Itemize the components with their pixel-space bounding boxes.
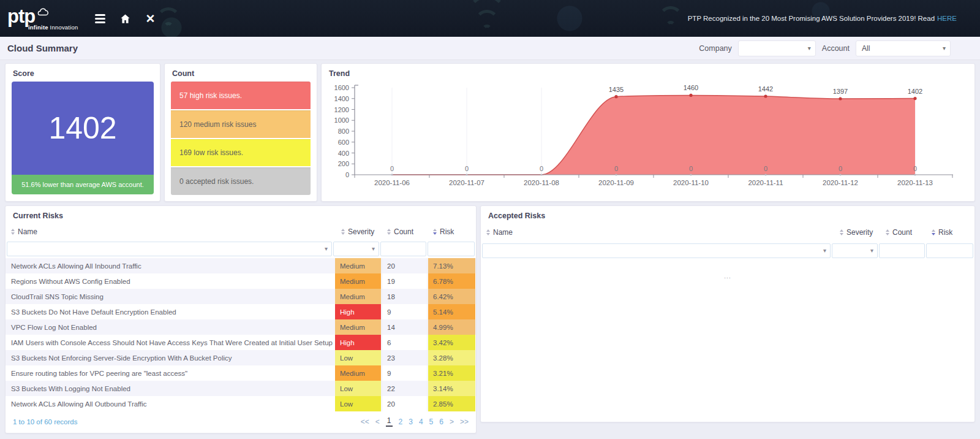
sort-icon: [840, 229, 843, 235]
ptp-logo-text: ptp: [7, 7, 35, 26]
table-row[interactable]: VPC Flow Log Not EnabledMedium144.99%: [6, 319, 476, 335]
menu-icon[interactable]: [95, 14, 105, 23]
top-navigation-bar: ptp infinite Innovation ✕ PTP Recognized…: [0, 0, 980, 37]
table-row[interactable]: S3 Buckets With Logging Not EnabledLow22…: [6, 381, 476, 396]
severity-cell: Low: [335, 396, 381, 411]
name-filter-select[interactable]: [482, 243, 831, 258]
pagination-nav-button[interactable]: <<: [361, 418, 369, 426]
risk-name-cell: VPC Flow Log Not Enabled: [6, 319, 334, 335]
current-risks-panel: Current Risks Name Severity Count Risk: [5, 205, 477, 433]
table-row[interactable]: S3 Buckets Not Enforcing Server-Side Enc…: [6, 350, 476, 365]
sort-header-risk[interactable]: Risk: [428, 227, 475, 236]
risk-filter-input[interactable]: [428, 242, 475, 256]
page-number-button[interactable]: 3: [409, 418, 413, 426]
risk-name-cell: Ensure routing tables for VPC peering ar…: [6, 365, 334, 381]
severity-cell: Medium: [335, 365, 381, 381]
svg-text:2020-11-07: 2020-11-07: [449, 179, 484, 186]
account-select[interactable]: All: [856, 40, 951, 56]
accepted-risks-header-row: Name Severity Count Risk: [481, 224, 974, 240]
score-value: 1402: [12, 82, 154, 175]
svg-text:1200: 1200: [334, 106, 349, 113]
sort-header-name[interactable]: Name: [6, 227, 336, 236]
page-number-button[interactable]: 6: [439, 418, 443, 426]
count-cell: 9: [382, 304, 428, 319]
svg-text:400: 400: [338, 150, 349, 157]
table-row[interactable]: Network ACLs Allowing All Outbound Traff…: [6, 396, 476, 411]
logo-tagline: infinite Innovation: [28, 24, 78, 31]
risk-name-cell: IAM Users with Console Access Should Not…: [6, 335, 334, 350]
count-bar: 0 accepted risk issues.: [171, 167, 311, 195]
pagination-nav-button[interactable]: >: [450, 418, 454, 426]
count-cell: 22: [382, 381, 428, 396]
count-filter-input[interactable]: [879, 243, 925, 258]
banner-text: PTP Recognized in the 20 Most Promising …: [688, 15, 935, 22]
svg-text:2020-11-11: 2020-11-11: [748, 179, 783, 186]
severity-cell: Medium: [335, 289, 381, 304]
header-bg-wifi-decoration: [466, 10, 508, 34]
risk-percentage-cell: 7.13%: [428, 258, 475, 273]
header-bg-wifi-decoration: [649, 6, 692, 31]
risk-percentage-cell: 6.42%: [428, 289, 475, 304]
table-row[interactable]: CloudTrail SNS Topic MissingMedium186.42…: [6, 289, 476, 304]
company-select[interactable]: [738, 40, 816, 56]
count-cell: 20: [382, 396, 428, 411]
severity-filter-select[interactable]: [832, 243, 878, 258]
sort-icon-active-desc: [433, 229, 437, 235]
page-header: Cloud Summary Company Account All: [0, 37, 980, 60]
company-label: Company: [699, 44, 732, 53]
sort-icon: [341, 229, 345, 235]
sort-header-severity[interactable]: Severity: [835, 228, 881, 237]
table-row[interactable]: Network ACLs Allowing All Inbound Traffi…: [6, 258, 476, 273]
svg-text:2020-11-09: 2020-11-09: [598, 179, 634, 186]
count-cell: 19: [382, 273, 428, 289]
table-row[interactable]: Regions Without AWS Config EnabledMedium…: [6, 273, 476, 289]
svg-text:800: 800: [338, 128, 349, 135]
count-filter-input[interactable]: [380, 242, 426, 256]
sort-header-risk[interactable]: Risk: [927, 228, 974, 237]
pagination-nav-button[interactable]: <: [375, 418, 380, 426]
sort-header-count[interactable]: Count: [382, 227, 428, 236]
table-row[interactable]: Ensure routing tables for VPC peering ar…: [6, 365, 476, 381]
svg-text:0: 0: [839, 165, 842, 172]
sort-header-count[interactable]: Count: [881, 228, 927, 237]
records-count-label: 1 to 10 of 60 records: [13, 418, 77, 426]
home-icon[interactable]: [119, 13, 131, 25]
sort-header-severity[interactable]: Severity: [336, 227, 382, 236]
count-cell: 14: [382, 319, 428, 335]
page-number-button[interactable]: 4: [419, 418, 423, 426]
severity-filter-select[interactable]: [333, 242, 379, 256]
table-row[interactable]: S3 Buckets Do Not Have Default Encryptio…: [6, 304, 476, 319]
trend-card: Trend 020040060080010001200140016002020-…: [321, 63, 975, 202]
sort-icon: [387, 229, 391, 235]
ptp-logo[interactable]: ptp infinite Innovation: [0, 7, 78, 31]
svg-text:0: 0: [689, 165, 693, 172]
close-icon[interactable]: ✕: [145, 12, 155, 26]
count-bar: 120 medium risk issues: [171, 110, 311, 138]
count-cell: 20: [382, 258, 428, 273]
risk-percentage-cell: 3.28%: [428, 350, 475, 365]
sort-header-name[interactable]: Name: [481, 228, 835, 237]
severity-cell: High: [335, 335, 381, 350]
svg-text:2020-11-10: 2020-11-10: [673, 179, 709, 186]
svg-text:1600: 1600: [334, 84, 349, 91]
announcement-banner: PTP Recognized in the 20 Most Promising …: [688, 0, 957, 37]
svg-text:1400: 1400: [334, 95, 349, 102]
severity-cell: Medium: [335, 319, 381, 335]
count-cell: 9: [382, 365, 428, 381]
score-comparison-note: 51.6% lower than average AWS account.: [12, 175, 154, 194]
page-number-button[interactable]: 1: [386, 416, 393, 427]
svg-text:1435: 1435: [609, 86, 624, 93]
pagination: <<<123456>>>: [361, 416, 469, 427]
count-cell: 6: [382, 335, 428, 350]
risk-filter-input[interactable]: [926, 243, 973, 258]
name-filter-select[interactable]: [7, 242, 332, 256]
banner-here-link[interactable]: HERE: [937, 15, 957, 22]
risk-percentage-cell: 4.99%: [428, 319, 475, 335]
page-number-button[interactable]: 5: [429, 418, 434, 426]
severity-cell: Medium: [335, 258, 381, 273]
page-number-button[interactable]: 2: [399, 418, 403, 426]
table-row[interactable]: IAM Users with Console Access Should Not…: [6, 335, 476, 350]
count-cell: 18: [382, 289, 428, 304]
pagination-nav-button[interactable]: >>: [460, 418, 469, 426]
risk-name-cell: CloudTrail SNS Topic Missing: [6, 289, 334, 304]
